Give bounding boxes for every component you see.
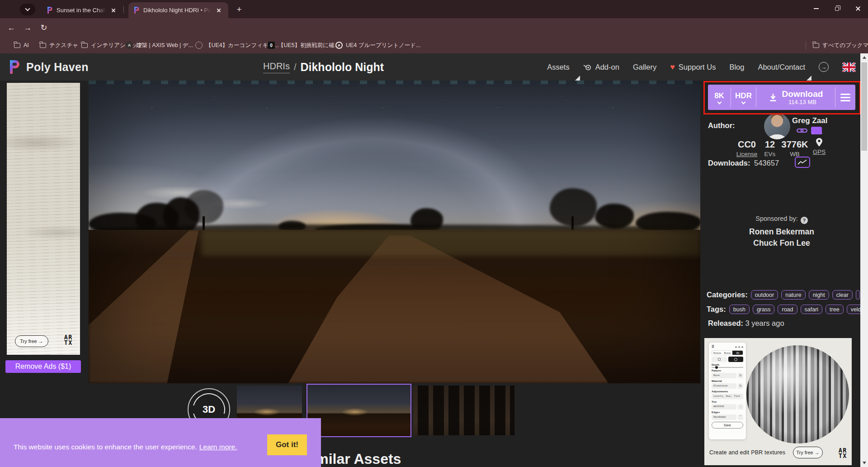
new-tab-button[interactable]: + [233, 4, 245, 15]
nav-support-label: Support Us [679, 63, 716, 71]
bookmark-item-ue4-configurator[interactable]: 【UE4】カーコンフィギュ... [195, 37, 279, 53]
scroll-down-icon[interactable] [863, 462, 866, 464]
thumbnail-interior-pano[interactable] [413, 386, 514, 435]
left-ad-banner[interactable]: Try free → AR TX [7, 83, 80, 355]
dropdown-indicator [575, 76, 580, 81]
ad-adjustments-field: Levels, Hue, Tint [712, 394, 743, 399]
breadcrumb-hdris-link[interactable]: HDRIs [263, 61, 290, 73]
remove-ads-button[interactable]: Remove Ads ($1) [5, 360, 81, 373]
author-email-icon[interactable] [811, 127, 822, 134]
nav-support-us[interactable]: ♥ Support Us [670, 62, 716, 72]
author-website-link-icon[interactable] [797, 128, 807, 133]
bookmark-item-textures[interactable]: テクスチャ [40, 37, 78, 53]
close-icon[interactable] [215, 6, 223, 14]
download-button[interactable]: Download 114.13 MB [756, 85, 835, 110]
uk-flag-icon[interactable] [842, 62, 856, 72]
category-nature[interactable]: nature [781, 290, 805, 300]
downloads-count: 543657 [754, 159, 779, 167]
restore-icon [835, 7, 839, 11]
ad-shape-plane [712, 357, 727, 362]
tag-tree[interactable]: tree [826, 305, 844, 314]
window-close-button[interactable] [848, 0, 868, 17]
license-link[interactable]: License [731, 151, 763, 157]
all-bookmarks-button[interactable]: すべてのブックマーク [806, 37, 868, 53]
close-icon[interactable] [109, 6, 118, 14]
tag-bush[interactable]: bush [729, 305, 750, 314]
author-name-link[interactable]: Greg Zaal [792, 116, 827, 125]
nav-addon[interactable]: Add-on [583, 63, 619, 71]
site-logo[interactable]: Poly Haven [7, 53, 89, 81]
forward-button[interactable]: → [20, 18, 35, 37]
ad-panel-tabs: Texture Bump 3D [712, 350, 743, 355]
nav-about-contact[interactable]: About/Contact [758, 63, 805, 71]
hdri-panorama-viewer[interactable] [89, 81, 700, 383]
tab-search-button[interactable] [20, 4, 35, 15]
line-chart-icon [797, 159, 807, 165]
ad-adjustments-label: Adjustments [712, 390, 743, 393]
category-outdoor[interactable]: outdoor [751, 290, 778, 300]
breadcrumb-separator: / [294, 62, 297, 72]
profile-icon: ⌒ [738, 415, 743, 420]
category-night[interactable]: night [809, 290, 829, 300]
categories-row: Categories: outdoor nature night clear .… [707, 290, 868, 300]
got-it-button[interactable]: Got it! [267, 434, 307, 455]
right-ad-banner[interactable]: ⠿ Texture Bump 3D Depth Pattern None↻ Ma… [704, 338, 852, 465]
chevron-down-icon [25, 6, 30, 11]
ad-panel-logo: ⠿ [712, 345, 734, 349]
download-bar: 8K HDR Download 114.13 MB [708, 85, 855, 110]
scrollbar-thumb[interactable] [861, 62, 867, 151]
ad-edges-field: Handmade [712, 415, 736, 420]
format-dropdown[interactable]: HDR [731, 85, 756, 110]
license-stat: CC0 License [731, 139, 763, 157]
blender-icon [583, 63, 592, 71]
ad-try-free-button[interactable]: Try free → [793, 447, 823, 458]
nav-gallery[interactable]: Gallery [633, 63, 656, 71]
ad-tint-label: Tint [712, 400, 743, 403]
ad-pattern-label: Pattern [712, 369, 743, 372]
scroll-up-icon[interactable] [863, 56, 866, 59]
ad-caption: Create and edit PBR textures [709, 449, 785, 456]
back-button[interactable]: ← [4, 18, 19, 37]
window-minimize-button[interactable] [806, 0, 826, 17]
folder-icon [81, 43, 88, 48]
sponsor-name[interactable]: Ronen Bekerman [703, 227, 860, 237]
download-options-menu[interactable] [835, 85, 855, 110]
nav-blog[interactable]: Blog [729, 63, 744, 71]
nav-addon-label: Add-on [595, 63, 619, 71]
bookmark-label: 建築 | AXIS Web | デ... [136, 42, 193, 49]
reload-button[interactable]: ↻ [36, 18, 52, 37]
cookie-message: This website uses cookies to enhance the… [14, 443, 237, 451]
tab-sunset-chalk-quarry[interactable]: Sunset in the Chalk Quarry HDR [42, 2, 122, 18]
bookmark-item-ue4-blueprint[interactable]: UE4 ブループリントノード... [335, 37, 421, 53]
artx-logo: AR TX [64, 334, 73, 345]
category-clipped[interactable] [856, 290, 860, 300]
sponsor-name[interactable]: Chuck Fon Lee [703, 238, 860, 248]
eyedropper-icon: ◌ [738, 404, 743, 410]
bookmark-item-axis-web[interactable]: A建築 | AXIS Web | デ... [126, 37, 193, 53]
released-row: Released: 3 years ago [708, 319, 784, 328]
help-question-icon[interactable]: ? [801, 217, 808, 224]
bookmark-item-ai[interactable]: AI [14, 37, 29, 53]
ad-tab-bump: Bump [722, 351, 733, 355]
wb-stat: 3776K WB [777, 139, 813, 157]
author-avatar[interactable] [764, 113, 790, 139]
tag-road[interactable]: road [778, 305, 797, 314]
sign-in-icon[interactable]: → [819, 62, 829, 72]
resolution-dropdown[interactable]: 8K [708, 85, 731, 110]
window-restore-button[interactable] [827, 0, 847, 17]
learn-more-link[interactable]: Learn more. [199, 443, 237, 451]
tab-title: Dikhololo Night HDRI • Poly Ha [143, 7, 211, 14]
download-stats-chart-button[interactable] [795, 157, 810, 168]
category-clear[interactable]: clear [832, 290, 853, 300]
nav-assets[interactable]: Assets [547, 63, 570, 71]
folder-icon [813, 43, 819, 48]
tag-safari[interactable]: safari [801, 305, 823, 314]
sponsored-by-row: Sponsored by:? [703, 214, 860, 224]
tag-grass[interactable]: grass [753, 305, 775, 314]
gps-link[interactable]: GPS [808, 148, 830, 155]
thumbnail-night-pano-selected[interactable] [307, 384, 411, 437]
page-scrollbar[interactable] [860, 53, 868, 467]
bookmark-item-ue5-first-try[interactable]: 0【UE5】初挑戦前に確... [268, 37, 339, 53]
tab-dikhololo-night[interactable]: Dikhololo Night HDRI • Poly Ha [128, 2, 228, 18]
ad-try-free-button[interactable]: Try free → [15, 335, 48, 347]
